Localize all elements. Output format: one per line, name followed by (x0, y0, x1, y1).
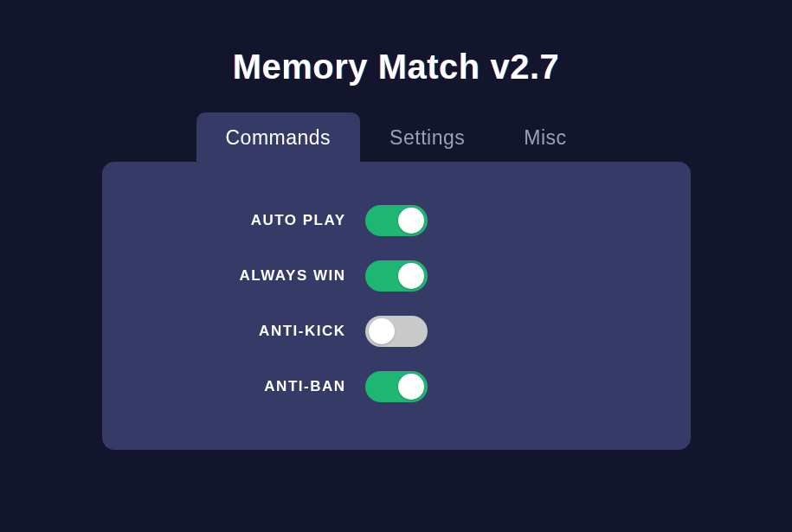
toggle-knob (398, 208, 424, 234)
command-row-anti-kick: ANTI-KICK (102, 316, 691, 347)
app-title: Memory Match v2.7 (233, 48, 560, 87)
tab-settings[interactable]: Settings (360, 112, 494, 163)
toggle-knob (398, 263, 424, 289)
toggle-knob (369, 318, 395, 344)
command-row-anti-ban: ANTI-BAN (102, 371, 691, 402)
command-label: ALWAYS WIN (175, 267, 365, 285)
command-label: ANTI-BAN (175, 378, 365, 395)
toggle-auto-play[interactable] (365, 205, 428, 236)
command-label: AUTO PLAY (175, 212, 365, 229)
command-label: ANTI-KICK (175, 323, 365, 340)
toggle-anti-kick[interactable] (365, 316, 428, 347)
tab-commands[interactable]: Commands (196, 112, 361, 163)
toggle-anti-ban[interactable] (365, 371, 428, 402)
toggle-always-win[interactable] (365, 260, 428, 292)
command-row-always-win: ALWAYS WIN (102, 260, 691, 292)
commands-panel: AUTO PLAY ALWAYS WIN ANTI-KICK ANTI-BAN (102, 162, 691, 450)
command-row-auto-play: AUTO PLAY (102, 205, 691, 236)
toggle-knob (398, 374, 424, 400)
tab-bar: Commands Settings Misc (196, 112, 596, 163)
tab-misc[interactable]: Misc (494, 112, 596, 163)
